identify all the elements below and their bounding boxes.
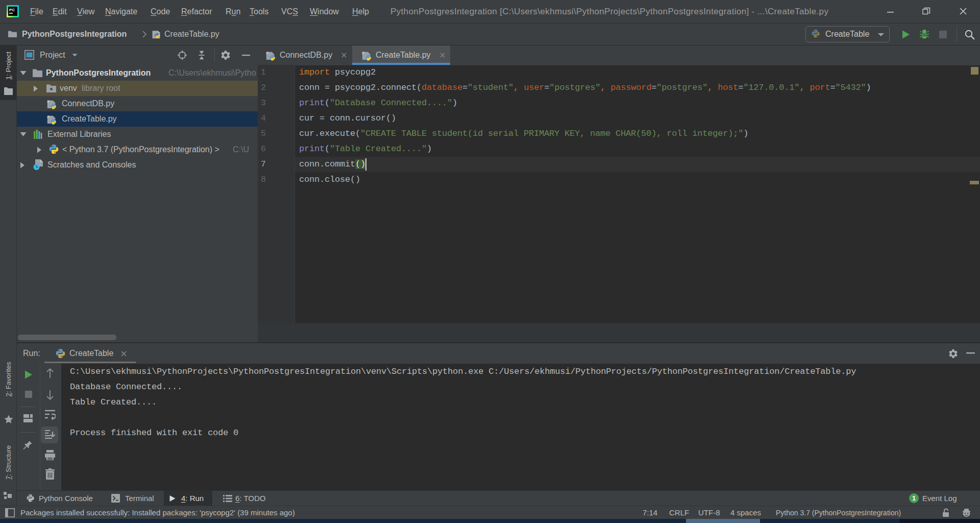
svg-text:PC: PC bbox=[9, 8, 15, 12]
